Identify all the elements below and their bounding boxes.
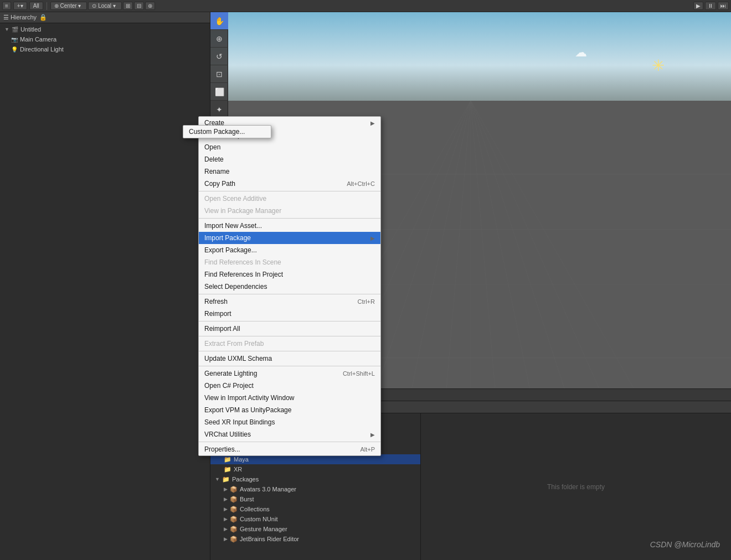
hierarchy-item-label: Untitled — [20, 26, 41, 33]
project-item-label: JetBrains Rider Editor — [240, 536, 299, 542]
top-toolbar: ≡ +▾ All ⊕ Center ▾ ⊙ Local ▾ ⊞ ⊟ ⊛ ▶ ⏸ … — [0, 0, 731, 12]
ctx-uxml-label: Update UXML Schema — [204, 355, 272, 362]
arrow-icon-packages: ▼ — [215, 476, 220, 482]
ctx-select-deps[interactable]: Select Dependencies — [199, 281, 380, 293]
project-item-xr[interactable]: 📁 XR — [210, 464, 420, 474]
project-item-burst[interactable]: ▶ 📦 Burst — [210, 494, 420, 504]
menu-btn[interactable]: ≡ — [2, 2, 11, 10]
ctx-seed-xr[interactable]: Seed XR Input Bindings — [199, 416, 380, 428]
hierarchy-lock-btn[interactable]: 🔒 — [39, 13, 48, 22]
ctx-sep-4 — [199, 321, 380, 322]
folder-icon-packages: 📁 — [222, 476, 230, 483]
hierarchy-item-label: Directional Light — [20, 46, 64, 53]
ctx-reimport-label: Reimport — [204, 310, 231, 318]
ctx-vrchat[interactable]: VRChat Utilities ▶ — [199, 428, 380, 440]
ctx-import-pkg-label: Import Package — [204, 234, 251, 242]
hierarchy-title: ☰ Hierarchy — [3, 14, 37, 21]
rotate-tool-btn[interactable]: ↺ — [210, 48, 228, 65]
project-item-label: Collections — [240, 506, 270, 512]
ctx-gen-lighting-shortcut: Ctrl+Shift+L — [343, 370, 375, 377]
ctx-sep-7 — [199, 366, 380, 366]
ctx-properties-shortcut: Alt+P — [360, 446, 375, 453]
light-icon: 💡 — [11, 46, 18, 53]
gizmos-btn[interactable]: ⊛ — [145, 2, 155, 10]
ctx-delete[interactable]: Delete — [199, 153, 380, 165]
ctx-find-scene: Find References In Scene — [199, 256, 380, 268]
ctx-import-new[interactable]: Import New Asset... — [199, 220, 380, 232]
ctx-export-pkg[interactable]: Export Package... — [199, 244, 380, 256]
scale-tool-btn[interactable]: ⊡ — [210, 65, 228, 83]
playmode-controls: ▶ ⏸ ⏭ — [693, 2, 729, 10]
layers-btn[interactable]: ⊟ — [134, 2, 144, 10]
ctx-sep-3 — [199, 294, 380, 294]
hierarchy-item-untitled[interactable]: ▼ 🎬 Untitled — [0, 24, 210, 34]
context-menu: Create ▶ Show in Explorer Open Delete Re… — [198, 116, 381, 456]
arrow-icon: ▼ — [4, 27, 9, 32]
ctx-find-project-label: Find References In Project — [204, 271, 283, 278]
hierarchy-panel: ☰ Hierarchy 🔒 ▼ 🎬 Untitled 📷 Main Camera… — [0, 12, 210, 560]
hierarchy-content: ▼ 🎬 Untitled 📷 Main Camera 💡 Directional… — [0, 23, 210, 560]
scene-icon: 🎬 — [12, 27, 18, 33]
hierarchy-item-light[interactable]: 💡 Directional Light — [0, 44, 210, 54]
all-btn[interactable]: All — [29, 2, 43, 10]
local-btn[interactable]: ⊙ Local ▾ — [88, 2, 121, 10]
ctx-sep-6 — [199, 351, 380, 351]
empty-folder-message: This folder is empty — [547, 483, 605, 491]
project-item-collections[interactable]: ▶ 📦 Collections — [210, 504, 420, 514]
center-btn[interactable]: ⊕ Center ▾ — [50, 2, 87, 10]
ctx-cs-project-label: Open C# Project — [204, 382, 254, 390]
arrow-icon-gesture: ▶ — [224, 526, 228, 532]
ctx-import-activity[interactable]: View in Import Activity Window — [199, 392, 380, 404]
hierarchy-header: ☰ Hierarchy 🔒 — [0, 12, 210, 23]
rect-tool-btn[interactable]: ⬜ — [210, 83, 228, 101]
project-item-packages[interactable]: ▼ 📁 Packages — [210, 474, 420, 484]
ctx-find-project[interactable]: Find References In Project — [199, 268, 380, 281]
ctx-create-arrow: ▶ — [370, 120, 375, 126]
ctx-properties[interactable]: Properties... Alt+P — [199, 443, 380, 455]
ctx-cs-project[interactable]: Open C# Project — [199, 380, 380, 392]
ctx-uxml[interactable]: Update UXML Schema — [199, 352, 380, 365]
project-item-label: Gesture Manager — [240, 526, 287, 532]
ctx-reimport-all[interactable]: Reimport All — [199, 323, 380, 335]
import-package-submenu: Custom Package... — [183, 125, 271, 138]
ctx-open-scene-label: Open Scene Additive — [204, 195, 266, 203]
ctx-rename[interactable]: Rename — [199, 165, 380, 178]
hierarchy-item-camera[interactable]: 📷 Main Camera — [0, 34, 210, 44]
project-item-avatars[interactable]: ▶ 📦 Avatars 3.0 Manager — [210, 484, 420, 494]
hand-tool-btn[interactable]: ✋ — [210, 12, 228, 30]
ctx-properties-label: Properties... — [204, 445, 240, 453]
ctx-sep-2 — [199, 218, 380, 219]
ctx-reimport[interactable]: Reimport — [199, 308, 380, 320]
pause-btn[interactable]: ⏸ — [705, 2, 716, 10]
project-item-label: Maya — [234, 456, 249, 463]
toolbar-sep-1 — [47, 2, 47, 10]
submenu-custom-package-label: Custom Package... — [189, 128, 245, 136]
ctx-copy-path[interactable]: Copy Path Alt+Ctrl+C — [199, 178, 380, 190]
ctx-package-mgr-label: View in Package Manager — [204, 207, 281, 215]
grid-toggle-btn[interactable]: ⊞ — [123, 2, 133, 10]
project-item-label: Packages — [232, 476, 259, 483]
ctx-open[interactable]: Open — [199, 141, 380, 153]
ctx-sep-5 — [199, 336, 380, 336]
scene-sky: ☁ ✳ — [210, 12, 731, 101]
add-dropdown-btn[interactable]: +▾ — [13, 2, 27, 10]
ctx-copy-path-label: Copy Path — [204, 180, 235, 188]
package-icon-burst: 📦 — [230, 496, 238, 503]
project-item-rider[interactable]: ▶ 📦 JetBrains Rider Editor — [210, 534, 420, 544]
project-item-gesture[interactable]: ▶ 📦 Gesture Manager — [210, 524, 420, 534]
play-btn[interactable]: ▶ — [693, 2, 703, 10]
ctx-seed-xr-label: Seed XR Input Bindings — [204, 418, 275, 426]
ctx-import-activity-label: View in Import Activity Window — [204, 394, 295, 402]
submenu-custom-package[interactable]: Custom Package... — [183, 126, 271, 138]
ctx-gen-lighting[interactable]: Generate Lighting Ctrl+Shift+L — [199, 367, 380, 380]
ctx-find-scene-label: Find References In Scene — [204, 258, 281, 266]
ctx-export-vpm[interactable]: Export VPM as UnityPackage — [199, 404, 380, 416]
ctx-refresh-shortcut: Ctrl+R — [358, 298, 375, 305]
step-btn[interactable]: ⏭ — [718, 2, 729, 10]
move-tool-btn[interactable]: ⊕ — [210, 30, 228, 48]
ctx-refresh[interactable]: Refresh Ctrl+R — [199, 295, 380, 308]
ctx-open-scene: Open Scene Additive — [199, 193, 380, 205]
ctx-import-pkg[interactable]: Import Package ▶ — [199, 232, 380, 244]
project-item-custom-nunit[interactable]: ▶ 📦 Custom NUnit — [210, 514, 420, 524]
project-main-area: This folder is empty — [421, 413, 731, 560]
